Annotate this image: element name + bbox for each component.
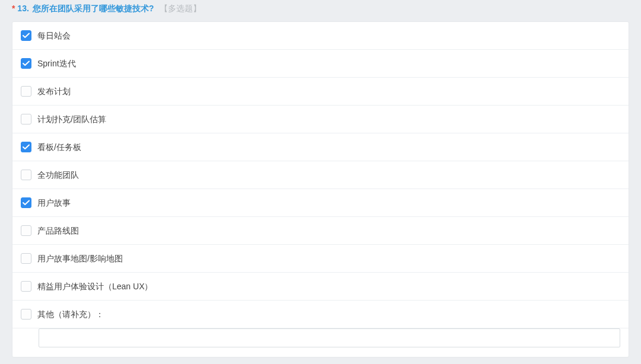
other-input-wrap bbox=[12, 328, 629, 357]
checkbox-unchecked-icon[interactable] bbox=[21, 309, 31, 320]
other-input[interactable] bbox=[39, 328, 620, 347]
checkbox-unchecked-icon[interactable] bbox=[21, 86, 31, 97]
option-label: 其他（请补充）： bbox=[37, 308, 104, 320]
option-row[interactable]: 用户故事地图/影响地图 bbox=[12, 245, 629, 273]
option-row[interactable]: Sprint迭代 bbox=[12, 50, 629, 78]
option-row[interactable]: 产品路线图 bbox=[12, 217, 629, 245]
option-label: 用户故事 bbox=[37, 197, 71, 209]
options-card: 每日站会Sprint迭代发布计划计划扑克/团队估算看板/任务板全功能团队用户故事… bbox=[12, 21, 629, 357]
option-label: 全功能团队 bbox=[37, 169, 79, 181]
checkbox-unchecked-icon[interactable] bbox=[21, 170, 31, 180]
option-label: 计划扑克/团队估算 bbox=[37, 113, 106, 125]
question-header: * 13. 您所在团队采用了哪些敏捷技术? 【多选题】 bbox=[0, 0, 641, 21]
checkbox-unchecked-icon[interactable] bbox=[21, 281, 31, 292]
checkbox-checked-icon[interactable] bbox=[21, 58, 31, 69]
option-label: 用户故事地图/影响地图 bbox=[37, 253, 123, 264]
option-label: 产品路线图 bbox=[37, 225, 79, 237]
required-star: * bbox=[12, 4, 15, 13]
option-row[interactable]: 精益用户体验设计（Lean UX） bbox=[12, 273, 629, 301]
checkbox-checked-icon[interactable] bbox=[21, 197, 31, 208]
question-number: 13. bbox=[17, 4, 28, 13]
option-row[interactable]: 发布计划 bbox=[12, 78, 629, 106]
option-label: 每日站会 bbox=[37, 30, 71, 41]
option-row[interactable]: 用户故事 bbox=[12, 189, 629, 217]
checkbox-unchecked-icon[interactable] bbox=[21, 253, 31, 264]
option-label: Sprint迭代 bbox=[37, 58, 76, 69]
checkbox-checked-icon[interactable] bbox=[21, 30, 31, 41]
question-text: 您所在团队采用了哪些敏捷技术? bbox=[33, 4, 154, 13]
option-row[interactable]: 每日站会 bbox=[12, 22, 629, 50]
option-row[interactable]: 全功能团队 bbox=[12, 161, 629, 189]
checkbox-unchecked-icon[interactable] bbox=[21, 114, 31, 124]
option-label: 精益用户体验设计（Lean UX） bbox=[37, 280, 153, 292]
option-row[interactable]: 计划扑克/团队估算 bbox=[12, 106, 629, 133]
checkbox-unchecked-icon[interactable] bbox=[21, 225, 31, 236]
option-row[interactable]: 看板/任务板 bbox=[12, 133, 629, 161]
option-label: 发布计划 bbox=[37, 85, 71, 97]
checkbox-checked-icon[interactable] bbox=[21, 142, 31, 152]
option-row[interactable]: 其他（请补充）： bbox=[12, 301, 629, 328]
option-label: 看板/任务板 bbox=[37, 141, 81, 153]
question-type: 【多选题】 bbox=[160, 4, 201, 13]
